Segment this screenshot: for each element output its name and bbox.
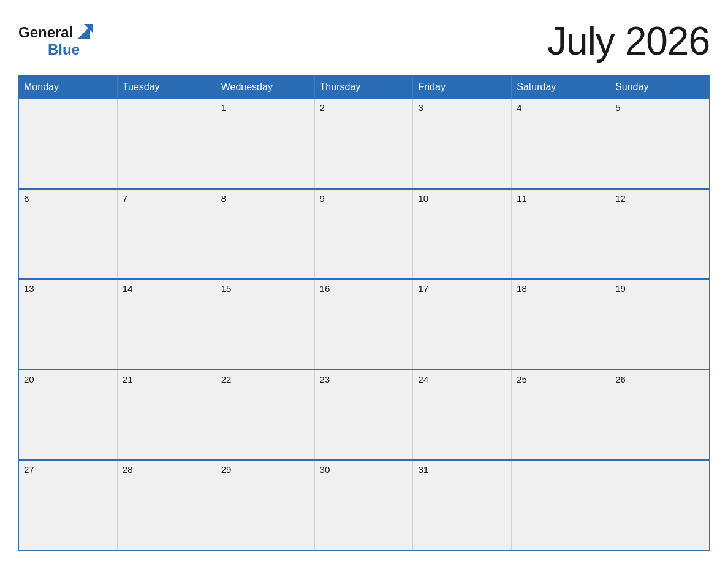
day-cell-5: 5 [610, 99, 709, 188]
day-cell-15: 15 [216, 280, 315, 369]
day-cell-21: 21 [118, 370, 216, 460]
week-row-1: 1 2 3 4 5 [19, 99, 709, 188]
week-row-3: 13 14 15 16 17 18 19 [19, 278, 709, 369]
day-cell-6: 6 [19, 190, 118, 279]
day-cell-18: 18 [512, 280, 610, 369]
calendar-body: 1 2 3 4 5 6 7 8 9 10 11 12 13 14 15 16 [19, 99, 709, 550]
day-cell-16: 16 [315, 280, 414, 369]
week-row-5: 27 28 29 30 31 [19, 459, 709, 550]
day-cell-3: 3 [413, 99, 512, 188]
week-row-4: 20 21 22 23 24 25 26 [19, 369, 709, 460]
day-cell-12: 12 [610, 190, 709, 279]
day-cell-24: 24 [413, 370, 512, 460]
day-cell-30: 30 [315, 461, 414, 550]
logo-triangle-icon [75, 24, 93, 39]
day-cell-28: 28 [118, 461, 216, 550]
day-header-thursday: Thursday [315, 75, 414, 99]
day-header-friday: Friday [413, 75, 512, 99]
calendar-header: Monday Tuesday Wednesday Thursday Friday… [19, 75, 709, 99]
day-cell-10: 10 [413, 190, 512, 279]
day-cell-empty [118, 99, 216, 188]
day-cell-empty [512, 461, 610, 550]
day-cell-29: 29 [216, 461, 315, 550]
day-cell-4: 4 [512, 99, 610, 188]
day-cell-14: 14 [118, 280, 216, 369]
day-cell-empty [610, 461, 709, 550]
day-header-monday: Monday [19, 75, 118, 99]
day-cell-25: 25 [512, 370, 610, 460]
day-cell-23: 23 [315, 370, 414, 460]
day-cell-13: 13 [19, 280, 118, 369]
day-header-wednesday: Wednesday [216, 75, 315, 99]
logo-blue-text: Blue [48, 41, 80, 58]
day-cell-26: 26 [610, 370, 709, 460]
day-cell-31: 31 [413, 461, 512, 550]
page: General Blue July 2026 Monday Tuesday We… [0, 0, 728, 563]
day-cell-19: 19 [610, 280, 709, 369]
day-header-saturday: Saturday [512, 75, 610, 99]
month-title: July 2026 [547, 18, 710, 64]
day-cell-1: 1 [216, 99, 315, 188]
day-cell-2: 2 [315, 99, 414, 188]
day-cell-22: 22 [216, 370, 315, 460]
week-row-2: 6 7 8 9 10 11 12 [19, 188, 709, 279]
day-cell-9: 9 [315, 190, 414, 279]
day-cell-27: 27 [19, 461, 118, 550]
day-cell-7: 7 [118, 190, 216, 279]
day-cell-11: 11 [512, 190, 610, 279]
day-cell-20: 20 [19, 370, 118, 460]
day-header-tuesday: Tuesday [118, 75, 216, 99]
day-header-sunday: Sunday [610, 75, 709, 99]
day-cell-empty [19, 99, 118, 188]
header: General Blue July 2026 [18, 18, 710, 64]
logo-general-text: General [18, 24, 73, 41]
day-cell-17: 17 [413, 280, 512, 369]
logo: General Blue [18, 24, 93, 58]
calendar: Monday Tuesday Wednesday Thursday Friday… [18, 75, 710, 551]
day-cell-8: 8 [216, 190, 315, 279]
